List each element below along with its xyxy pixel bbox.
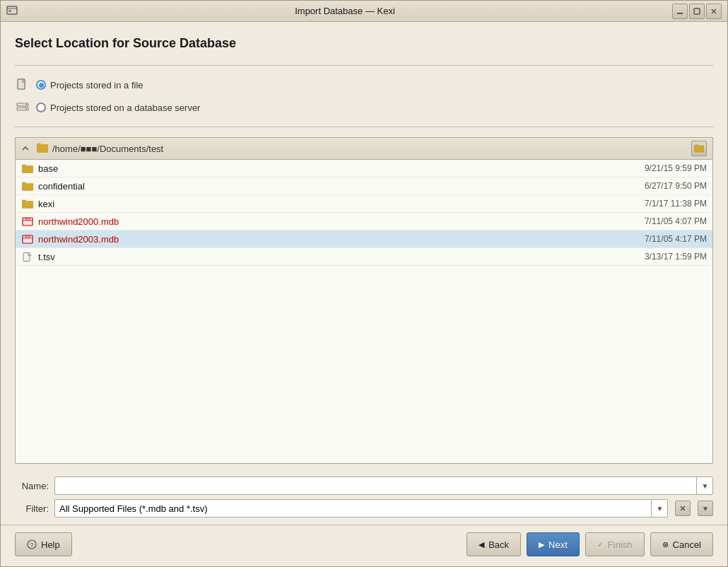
- file-date: 9/21/15 9:59 PM: [645, 163, 707, 173]
- check-icon: ✓: [597, 540, 604, 549]
- svg-rect-11: [23, 218, 33, 226]
- file-name: base: [38, 163, 638, 174]
- server-option-label[interactable]: Projects stored on a database server: [36, 103, 200, 113]
- file-name: t.tsv: [38, 252, 638, 262]
- folder-item-icon: [21, 197, 34, 210]
- file-option-text: Projects stored in a file: [50, 80, 143, 90]
- server-option-text: Projects stored on a database server: [50, 103, 200, 113]
- name-input[interactable]: [54, 477, 713, 495]
- server-radio[interactable]: [36, 103, 46, 112]
- svg-rect-2: [677, 13, 683, 14]
- option-file-row: Projects stored in a file: [15, 76, 713, 94]
- file-radio[interactable]: [36, 80, 46, 90]
- filter-combo: ▼: [54, 499, 668, 518]
- filter-clear-button[interactable]: [675, 501, 691, 516]
- list-item[interactable]: kexi 7/1/17 11:38 PM: [16, 195, 712, 213]
- file-date: 7/11/05 4:07 PM: [645, 216, 707, 226]
- cancel-button[interactable]: ⊗ Cancel: [650, 532, 713, 556]
- name-field-row: Name: ▼: [15, 477, 713, 495]
- right-buttons: ◀ Back ▶ Next ✓ Finish ⊗ Cancel: [466, 532, 713, 556]
- file-name: northwind2003.mdb: [38, 234, 638, 245]
- titlebar: Import Database — Kexi: [1, 1, 727, 22]
- file-option-label[interactable]: Projects stored in a file: [36, 80, 143, 90]
- titlebar-minimize-button[interactable]: [672, 4, 688, 19]
- title-separator: [15, 65, 713, 66]
- collapse-button[interactable]: [21, 144, 30, 153]
- mdb-item-icon: [21, 233, 34, 245]
- file-name: northwind2000.mdb: [38, 216, 638, 227]
- file-name: kexi: [38, 199, 638, 209]
- filter-input[interactable]: [54, 499, 668, 518]
- name-label: Name:: [15, 481, 49, 491]
- finish-button[interactable]: ✓ Finish: [585, 532, 645, 556]
- folder-item-icon: [21, 180, 34, 192]
- next-button[interactable]: ▶ Next: [527, 532, 580, 556]
- cancel-icon: ⊗: [662, 540, 669, 549]
- list-item[interactable]: northwind2003.mdb 7/11/05 4:17 PM: [16, 230, 712, 248]
- svg-rect-14: [23, 235, 33, 243]
- current-path: /home/■■■/Documents/test: [52, 144, 163, 154]
- back-label: Back: [488, 539, 509, 550]
- server-option-icon: [15, 100, 30, 115]
- filter-label: Filter:: [15, 503, 49, 514]
- finish-label: Finish: [608, 539, 633, 550]
- list-item[interactable]: t.tsv 3/13/17 1:59 PM: [16, 248, 712, 266]
- options-separator: [15, 127, 713, 127]
- window-title: Import Database — Kexi: [18, 6, 672, 16]
- mdb-item-icon: [21, 215, 34, 228]
- next-icon: ▶: [539, 540, 544, 549]
- name-dropdown-arrow[interactable]: ▼: [696, 477, 713, 495]
- path-row: /home/■■■/Documents/test: [21, 143, 163, 155]
- filter-field-row: Filter: ▼ ▼: [15, 499, 713, 518]
- cancel-label: Cancel: [673, 539, 701, 550]
- list-item[interactable]: confidential 6/27/17 9:50 PM: [16, 177, 712, 195]
- folder-icon: [37, 143, 48, 155]
- file-date: 7/1/17 11:38 PM: [645, 199, 707, 209]
- svg-point-10: [25, 108, 27, 110]
- file-browser: /home/■■■/Documents/test base: [15, 137, 713, 464]
- svg-rect-1: [8, 10, 11, 12]
- titlebar-maximize-button[interactable]: [689, 4, 705, 19]
- source-options: Projects stored in a file Projects store…: [15, 76, 713, 117]
- file-option-icon: [15, 77, 30, 93]
- list-item[interactable]: base 9/21/15 9:59 PM: [16, 160, 712, 177]
- help-button[interactable]: ? Help: [15, 532, 72, 556]
- list-item[interactable]: northwind2000.mdb 7/11/05 4:07 PM: [16, 213, 712, 230]
- svg-point-9: [25, 104, 27, 105]
- titlebar-close-button[interactable]: [706, 4, 722, 19]
- next-label: Next: [548, 539, 568, 550]
- left-buttons: ? Help: [15, 532, 72, 556]
- option-server-row: Projects stored on a database server: [15, 98, 713, 117]
- help-icon: ?: [27, 539, 37, 549]
- back-button[interactable]: ◀ Back: [466, 532, 521, 556]
- name-combo: ▼: [54, 477, 713, 495]
- file-browser-header: /home/■■■/Documents/test: [16, 138, 712, 160]
- help-label: Help: [41, 539, 60, 550]
- file-list: base 9/21/15 9:59 PM confidential 6/27/1…: [16, 160, 712, 463]
- page-title: Select Location for Source Database: [15, 36, 713, 55]
- svg-text:?: ?: [30, 542, 33, 549]
- file-item-icon: [21, 250, 34, 263]
- file-date: 6/27/17 9:50 PM: [645, 181, 707, 191]
- main-window: Import Database — Kexi Select Location f…: [0, 0, 728, 567]
- bottom-fields: Name: ▼ Filter: ▼ ▼: [15, 474, 713, 518]
- filter-dropdown-arrow[interactable]: ▼: [651, 499, 668, 518]
- svg-rect-3: [694, 8, 700, 14]
- dialog-content: Select Location for Source Database Proj…: [1, 22, 727, 525]
- file-date: 7/11/05 4:17 PM: [645, 234, 707, 244]
- button-bar: ? Help ◀ Back ▶ Next ✓ Finish ⊗ Cancel: [1, 525, 727, 566]
- file-name: confidential: [38, 181, 638, 192]
- folder-item-icon: [21, 162, 34, 175]
- file-date: 3/13/17 1:59 PM: [645, 252, 707, 262]
- titlebar-buttons: [672, 4, 722, 19]
- browse-folder-button[interactable]: [691, 141, 707, 156]
- filter-options-arrow[interactable]: ▼: [698, 501, 713, 516]
- back-icon: ◀: [479, 540, 484, 549]
- window-icon: [6, 4, 18, 18]
